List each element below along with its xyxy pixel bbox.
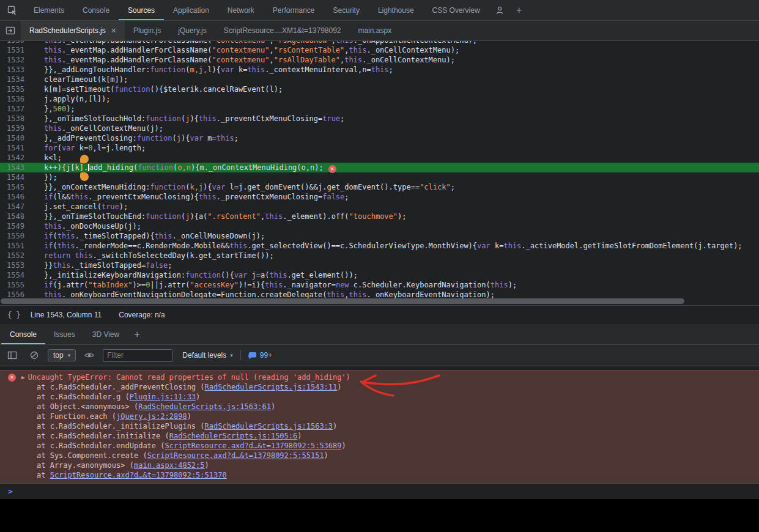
stack-frame: at c.RadScheduler._addPreventClosing (Ra…: [0, 382, 759, 392]
drawer-tab-issues[interactable]: Issues: [45, 324, 84, 344]
line-number[interactable]: 1541: [0, 143, 24, 153]
console-filter-input[interactable]: [103, 349, 172, 362]
file-tab-main-aspx[interactable]: main.aspx: [350, 21, 401, 40]
code-text: },500);: [44, 104, 75, 114]
line-number[interactable]: 1547: [0, 202, 24, 212]
file-tabs: RadSchedulerScripts.js×Plugin.jsjQuery.j…: [21, 21, 400, 40]
line-number[interactable]: 1549: [0, 221, 24, 231]
panel-tab-elements[interactable]: Elements: [24, 0, 73, 20]
line-number[interactable]: 1555: [0, 280, 24, 290]
stack-frame-link[interactable]: RadSchedulerScripts.js:1563:61: [138, 402, 271, 411]
code-text: this._onDocMouseUp(j);: [44, 221, 141, 231]
file-tab-radschedulerscripts-js[interactable]: RadSchedulerScripts.js×: [21, 21, 125, 40]
panel-tab-css-overview[interactable]: CSS Overview: [423, 0, 489, 20]
code-text: },_onTimeSlotTouchHold:function(j){this.…: [44, 114, 344, 124]
line-number[interactable]: 1546: [0, 192, 24, 202]
expand-triangle-icon[interactable]: ▶: [21, 372, 24, 382]
line-number[interactable]: 1551: [0, 241, 24, 251]
console-prompt[interactable]: >: [0, 484, 759, 499]
error-message-text: Uncaught TypeError: Cannot read properti…: [28, 372, 350, 382]
line-number[interactable]: 1540: [0, 133, 24, 143]
stack-frame-text: at Sys.Component.create (: [37, 451, 147, 460]
file-tab-scriptresource-xm1-t-13798092[interactable]: ScriptResource....XM1&t=13798092: [215, 21, 350, 40]
stack-frame-link[interactable]: Plugin.js:11:33: [130, 393, 196, 401]
line-number[interactable]: 1553: [0, 260, 24, 270]
eye-icon: [84, 350, 95, 360]
show-navigator-icon: [6, 26, 15, 35]
stack-frame-text: at c.RadScheduler.g (: [37, 393, 130, 401]
panel-tab-console[interactable]: Console: [73, 0, 119, 20]
line-number[interactable]: 1537: [0, 104, 24, 114]
clear-console-button[interactable]: [26, 350, 43, 360]
feedback-button[interactable]: [489, 0, 510, 20]
live-expression-button[interactable]: [81, 350, 98, 360]
panel-tab-security[interactable]: Security: [324, 0, 369, 20]
stack-frame-link[interactable]: RadSchedulerScripts.js:1543:11: [205, 383, 338, 391]
code-line-1536: 1536j.apply(n,[l]);: [0, 94, 759, 104]
line-number[interactable]: 1554: [0, 270, 24, 280]
error-badge-icon[interactable]: ×: [328, 165, 336, 173]
code-text: k++){j[k].add_hiding(function(o,n){m._on…: [44, 163, 336, 172]
file-tab-jquery-js[interactable]: jQuery.js: [169, 21, 215, 40]
stack-frame-link[interactable]: main.aspx:4852:5: [134, 461, 205, 470]
file-tab-plugin-js[interactable]: Plugin.js: [125, 21, 169, 40]
panel-tab-lighthouse[interactable]: Lighthouse: [369, 0, 423, 20]
stack-frame-link[interactable]: RadSchedulerScripts.js:1505:6: [169, 432, 298, 440]
stack-frame-link[interactable]: RadSchedulerScripts.js:1563:3: [205, 422, 333, 430]
close-tab-icon[interactable]: ×: [111, 26, 116, 35]
stack-frame-close: ): [342, 441, 346, 450]
selection-handle-bottom[interactable]: [80, 172, 89, 181]
line-number[interactable]: 1550: [0, 231, 24, 241]
line-number[interactable]: 1530: [0, 41, 24, 45]
line-number[interactable]: 1533: [0, 65, 24, 75]
code-line-1533: 1533}},_addLongTouchHandler:function(m,j…: [0, 65, 759, 75]
stack-frames: at c.RadScheduler._addPreventClosing (Ra…: [0, 382, 759, 480]
add-drawer-tab-button[interactable]: +: [128, 324, 146, 344]
console-messages: × ▶ Uncaught TypeError: Cannot read prop…: [0, 366, 759, 532]
add-panel-button[interactable]: +: [510, 0, 528, 20]
code-text: return this._switchToSelectedDay(k.get_s…: [44, 251, 274, 260]
stack-frame-link[interactable]: ScriptResource.axd?d…&t=13798092:5:55151: [147, 451, 324, 460]
code-line-1554: 1554},_initializeKeyboardNavigation:func…: [0, 270, 759, 280]
line-number[interactable]: 1534: [0, 75, 24, 84]
code-line-1537: 1537},500);: [0, 104, 759, 114]
stack-frame-link[interactable]: ScriptResource.axd?d…&t=13798092:5:51370: [50, 471, 227, 479]
person-icon: [495, 6, 505, 15]
code-line-1539: 1539this._onCellContextMenu(j);: [0, 124, 759, 133]
line-number[interactable]: 1548: [0, 212, 24, 221]
horizontal-scrollbar[interactable]: [1, 298, 684, 304]
line-number[interactable]: 1532: [0, 55, 24, 65]
console-sidebar-toggle[interactable]: [4, 350, 21, 360]
line-number[interactable]: 1531: [0, 45, 24, 55]
line-number[interactable]: 1552: [0, 251, 24, 260]
line-number[interactable]: 1542: [0, 153, 24, 163]
selection-handle-top[interactable]: [80, 155, 89, 163]
line-number[interactable]: 1544: [0, 172, 24, 182]
panel-tab-network[interactable]: Network: [218, 0, 264, 20]
line-number[interactable]: 1543: [0, 163, 24, 172]
drawer-tab-3d-view[interactable]: 3D View: [84, 324, 128, 344]
code-line-1535: 1535k[m]=setTimeout(function(){$telerik.…: [0, 84, 759, 94]
file-tab-label: jQuery.js: [178, 26, 206, 35]
pretty-print-icon[interactable]: { }: [7, 311, 21, 319]
log-levels-dropdown[interactable]: Default levels ▾: [182, 351, 233, 360]
code-line-1538: 1538},_onTimeSlotTouchHold:function(j){t…: [0, 114, 759, 124]
issues-counter[interactable]: 99+: [248, 351, 272, 360]
line-number[interactable]: 1535: [0, 84, 24, 94]
inspect-element-button[interactable]: [0, 0, 24, 20]
javascript-context-selector[interactable]: top ▾: [48, 349, 76, 361]
stack-frame-text: at Array.<anonymous> (: [37, 461, 134, 470]
code-text: }}this._timeSlotTapped=false;: [44, 260, 172, 270]
code-text: if(j.attr("tabIndex")>=0||j.attr("access…: [44, 280, 517, 290]
navigator-toggle-button[interactable]: [0, 21, 21, 40]
line-number[interactable]: 1539: [0, 124, 24, 133]
stack-frame-link[interactable]: ScriptResource.axd?d…&t=13798092:5:53689: [165, 441, 342, 450]
panel-tab-sources[interactable]: Sources: [119, 0, 164, 20]
stack-frame-link[interactable]: jQuery.js:2:2898: [116, 412, 187, 421]
line-number[interactable]: 1536: [0, 94, 24, 104]
drawer-tab-console[interactable]: Console: [1, 324, 45, 344]
panel-tab-performance[interactable]: Performance: [264, 0, 324, 20]
line-number[interactable]: 1538: [0, 114, 24, 124]
line-number[interactable]: 1545: [0, 182, 24, 192]
panel-tab-application[interactable]: Application: [164, 0, 218, 20]
